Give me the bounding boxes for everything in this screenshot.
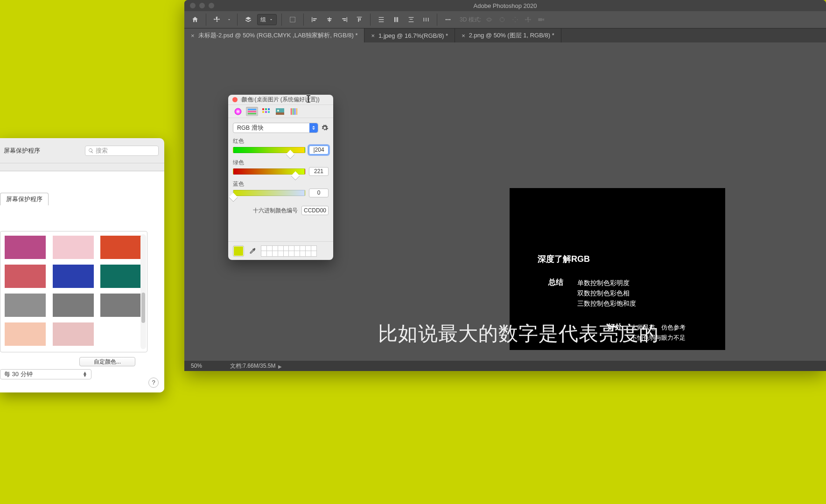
eyedropper-icon[interactable] xyxy=(249,247,256,255)
summary-line: 三数控制色彩饱和度 xyxy=(577,298,636,308)
close-dot[interactable] xyxy=(190,3,196,8)
chevron-right-icon[interactable]: ▶ xyxy=(278,364,282,369)
align-right-icon[interactable] xyxy=(338,14,350,26)
red-value-input[interactable]: |204 xyxy=(309,146,329,154)
summary-line: 单数控制色彩明度 xyxy=(577,278,636,288)
green-slider[interactable] xyxy=(233,168,305,175)
separator xyxy=(370,14,371,26)
custom-color-button[interactable]: 自定颜色... xyxy=(79,357,135,366)
red-slider[interactable] xyxy=(233,147,305,153)
minimize-dot[interactable] xyxy=(199,3,205,8)
doc-info[interactable]: 文档:7.66M/35.5M xyxy=(230,362,275,370)
svg-rect-25 xyxy=(296,108,297,115)
3d-pan-icon xyxy=(510,14,520,25)
align-hcenter-icon[interactable] xyxy=(323,14,336,26)
gear-icon[interactable] xyxy=(321,124,329,132)
distribute-h-icon[interactable] xyxy=(420,14,432,26)
green-value-input[interactable]: 221 xyxy=(309,167,329,176)
tab-screensaver[interactable]: 屏幕保护程序 xyxy=(0,193,49,205)
layers-stack-icon[interactable] xyxy=(242,14,254,26)
chevron-down-icon[interactable] xyxy=(226,14,232,26)
zoom-dot[interactable] xyxy=(249,97,254,102)
3d-orbit-icon xyxy=(484,14,494,25)
sp-title-fragment: 屏幕保护程序 xyxy=(4,147,85,155)
transform-controls-icon[interactable] xyxy=(287,14,299,26)
swatch[interactable] xyxy=(100,265,141,288)
chevron-down-icon xyxy=(269,17,273,22)
swatch[interactable] xyxy=(5,265,46,288)
interval-value: 每 30 分钟 xyxy=(4,370,33,378)
mode-wheel-icon[interactable] xyxy=(232,107,244,116)
interval-select[interactable]: 每 30 分钟 ▲▼ xyxy=(0,369,91,379)
move-tool-icon[interactable] xyxy=(211,14,223,26)
distribute-top-icon[interactable] xyxy=(375,14,387,26)
hex-label: 十六进制颜色编号 xyxy=(253,207,298,215)
search-input[interactable]: 搜索 xyxy=(85,146,159,156)
swatch[interactable] xyxy=(5,322,46,346)
mode-image-icon[interactable] xyxy=(274,107,286,116)
swatch[interactable] xyxy=(5,294,46,317)
svg-rect-11 xyxy=(248,111,256,112)
distribute-vcenter-icon[interactable] xyxy=(390,14,402,26)
svg-rect-12 xyxy=(248,113,256,114)
swatch[interactable] xyxy=(5,236,46,259)
swatch[interactable] xyxy=(53,236,94,259)
separator xyxy=(437,14,437,26)
document-tab[interactable]: × 2.png @ 50% (图层 1, RGB/8) * xyxy=(455,28,561,42)
more-icon[interactable] xyxy=(442,14,454,26)
minimize-dot[interactable] xyxy=(241,97,246,102)
search-placeholder: 搜索 xyxy=(96,147,108,155)
swatch[interactable] xyxy=(53,265,94,288)
mode-palettes-icon[interactable] xyxy=(260,107,272,116)
swatch[interactable] xyxy=(53,322,94,346)
scrollbar-thumb[interactable] xyxy=(141,293,145,323)
current-color-swatch[interactable] xyxy=(233,245,244,257)
svg-rect-13 xyxy=(262,108,264,110)
document-tabs: × 未标题-2.psd @ 50% (RGB,CMYK ,LAB独家解析, RG… xyxy=(184,28,826,42)
color-wells[interactable] xyxy=(261,245,317,257)
align-left-icon[interactable] xyxy=(308,14,321,26)
blue-slider[interactable] xyxy=(233,190,305,196)
document-tab[interactable]: × 1.jpeg @ 16.7%(RGB/8) * xyxy=(364,28,455,42)
picker-modes xyxy=(228,105,333,118)
help-button[interactable]: ? xyxy=(148,378,159,388)
slider-knob[interactable] xyxy=(229,193,238,202)
separator xyxy=(206,14,206,26)
svg-point-3 xyxy=(449,19,451,21)
blue-value-input[interactable]: 0 xyxy=(309,189,329,197)
close-tab-icon[interactable]: × xyxy=(191,32,195,39)
photoshop-titlebar[interactable]: Adobe Photoshop 2020 xyxy=(184,0,826,11)
window-controls xyxy=(228,97,254,102)
slider-knob[interactable] xyxy=(286,150,295,159)
mode-pencils-icon[interactable] xyxy=(288,107,300,116)
distribute-bottom-icon[interactable] xyxy=(405,14,417,26)
search-icon xyxy=(88,148,94,154)
3d-roll-icon xyxy=(497,14,507,25)
close-tab-icon[interactable]: × xyxy=(371,32,375,39)
zoom-level[interactable]: 50% xyxy=(191,363,202,369)
green-label: 绿色 xyxy=(233,159,329,166)
group-select[interactable]: 组 xyxy=(257,14,277,25)
scrollbar[interactable] xyxy=(140,234,146,349)
align-top-icon[interactable] xyxy=(353,14,365,26)
swatch[interactable] xyxy=(53,294,94,317)
photoshop-title: Adobe Photoshop 2020 xyxy=(184,2,826,9)
slider-knob[interactable] xyxy=(291,171,300,181)
svg-rect-16 xyxy=(262,111,264,113)
hex-input[interactable]: CCDD00 xyxy=(301,206,329,215)
subtitle-caption: 比如说最大的数字是代表亮度的 xyxy=(378,321,659,347)
slider-type-select[interactable]: RGB 滑块 xyxy=(233,123,318,133)
zoom-dot[interactable] xyxy=(209,3,214,8)
swatch[interactable] xyxy=(100,294,141,317)
separator xyxy=(303,14,304,26)
summary-label: 总结 xyxy=(538,278,563,308)
cp-titlebar[interactable]: 颜色 (桌面图片 (系统偏好设置)) xyxy=(228,95,333,105)
mode-sliders-icon[interactable] xyxy=(246,107,258,116)
close-dot[interactable] xyxy=(232,97,238,102)
home-icon[interactable] xyxy=(189,14,201,26)
swatch[interactable] xyxy=(100,236,141,259)
system-preferences-window: 屏幕保护程序 搜索 屏幕保护程序 自定颜色... 每 30 分钟 ▲▼ ? xyxy=(0,138,164,392)
status-bar: 50% 文档:7.66M/35.5M ▶ xyxy=(184,361,826,371)
document-tab[interactable]: × 未标题-2.psd @ 50% (RGB,CMYK ,LAB独家解析, RG… xyxy=(184,28,364,42)
close-tab-icon[interactable]: × xyxy=(462,32,465,39)
